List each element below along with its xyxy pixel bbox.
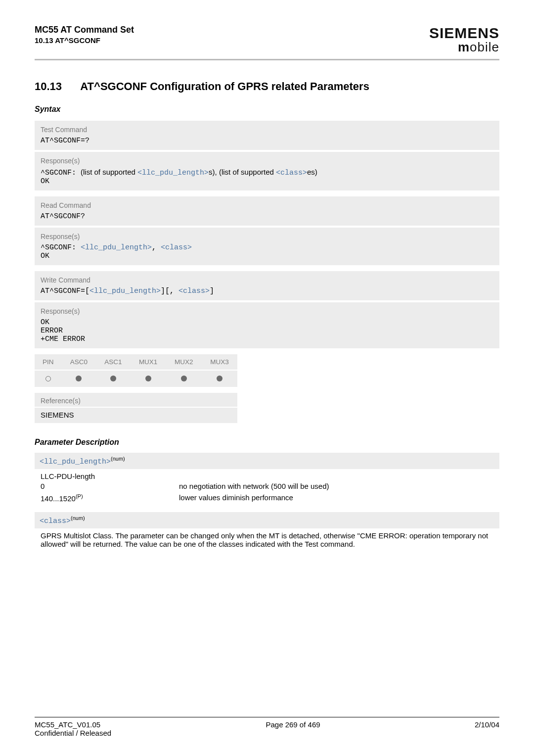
brand-mobile-rest: obile [470, 40, 499, 54]
param1-row1: 140...1520(P) lower values diminish perf… [41, 492, 493, 504]
test-command-cmd: AT^SGCONF=? [41, 137, 493, 145]
read-key1: <llc_pdu_length> [81, 243, 152, 252]
mux-col-mux1: MUX1 [131, 354, 166, 370]
read-response-line: ^SGCONF: <llc_pdu_length>, <class> [41, 243, 493, 252]
mux-header-row: PIN ASC0 ASC1 MUX1 MUX2 MUX3 [35, 354, 237, 370]
read-response-block: Response(s) ^SGCONF: <llc_pdu_length>, <… [35, 226, 499, 265]
param1-row0: 0 no negotiation with network (500 will … [41, 480, 493, 492]
circle-filled-icon [145, 376, 151, 381]
resp-text2: s), (list of supported [209, 168, 276, 176]
param1-row1-c2: lower values diminish performance [179, 493, 493, 503]
write-error: ERROR [41, 327, 493, 335]
read-command-cmd: AT^SGCONF? [41, 212, 493, 221]
circle-filled-icon [110, 376, 116, 381]
test-command-label: Test Command [41, 126, 493, 134]
read-sep: , [152, 243, 161, 252]
resp-text: (list of supported [81, 168, 137, 176]
reference-block: Reference(s) SIEMENS [35, 393, 237, 423]
read-ok: OK [41, 252, 493, 260]
page-header: MC55 AT Command Set 10.13 AT^SGCONF SIEM… [35, 25, 499, 60]
write-command-block: Write Command AT^SGCONF=[<llc_pdu_length… [35, 271, 499, 300]
param-llc-pdu-body: LLC-PDU-length 0 no negotiation with net… [35, 469, 499, 509]
footer-center: Page 269 of 469 [266, 720, 320, 737]
param-class-body: GPRS Multislot Class. The parameter can … [35, 528, 499, 553]
parameter-description-label: Parameter Description [35, 438, 499, 447]
section-title: AT^SGCONF Configuration of GPRS related … [80, 80, 369, 93]
read-command-block: Read Command AT^SGCONF? [35, 196, 499, 226]
mux-value-row [35, 370, 237, 387]
param1-row1-c1-val: 140...1520 [41, 494, 76, 503]
circle-filled-icon [181, 376, 187, 381]
reference-value: SIEMENS [35, 408, 237, 423]
param1-sup: (num) [111, 456, 125, 462]
read-key2: <class> [161, 243, 192, 252]
section-heading: 10.13 AT^SGCONF Configuration of GPRS re… [35, 80, 499, 93]
write-key2: <class> [178, 287, 210, 295]
mux-col-mux2: MUX2 [166, 354, 202, 370]
test-response-line: ^SGCONF: (list of supported <llc_pdu_len… [41, 168, 493, 177]
write-response-block: Response(s) OK ERROR +CME ERROR [35, 300, 499, 348]
resp-prefix: ^SGCONF: [41, 169, 81, 177]
mux-col-mux3: MUX3 [202, 354, 237, 370]
param1-row1-c1-sup: (P) [76, 493, 83, 499]
write-response-label: Response(s) [41, 307, 493, 315]
write-cme: +CME ERROR [41, 335, 493, 343]
test-ok: OK [41, 177, 493, 186]
write-key1: <llc_pdu_length> [89, 287, 161, 295]
page-footer: MC55_ATC_V01.05 Confidential / Released … [35, 717, 499, 737]
param2-desc: GPRS Multislot Class. The parameter can … [41, 531, 493, 548]
param1-name: <llc_pdu_length> [40, 458, 111, 466]
param1-row0-c1: 0 [41, 482, 179, 490]
brand-siemens: SIEMENS [429, 25, 499, 42]
param1-desc-title: LLC-PDU-length [41, 472, 493, 480]
write-end: ] [210, 287, 214, 295]
resp-end: es) [307, 168, 317, 176]
llc-pdu-key: <llc_pdu_length> [137, 169, 209, 177]
section-number: 10.13 [35, 80, 62, 93]
footer-left1: MC55_ATC_V01.05 [35, 720, 111, 729]
test-command-block: Test Command AT^SGCONF=? [35, 121, 499, 150]
doc-subtitle: 10.13 AT^SGCONF [35, 36, 134, 45]
read-resp-prefix: ^SGCONF: [41, 243, 81, 252]
footer-right: 2/10/04 [475, 720, 499, 737]
read-command-label: Read Command [41, 201, 493, 209]
write-command-label: Write Command [41, 276, 493, 284]
param-llc-pdu-header: <llc_pdu_length>(num) [35, 453, 499, 469]
param2-sup: (num) [71, 515, 85, 521]
brand-mobile-m: m [458, 40, 470, 54]
write-mid: ][, [161, 287, 178, 295]
write-ok: OK [41, 318, 493, 327]
class-key: <class> [276, 169, 307, 177]
write-prefix: AT^SGCONF=[ [41, 287, 89, 295]
read-response-label: Response(s) [41, 233, 493, 240]
brand-block: SIEMENS mobile [429, 25, 499, 55]
mux-support-table: PIN ASC0 ASC1 MUX1 MUX2 MUX3 [35, 354, 237, 387]
param1-row0-c2: no negotiation with network (500 will be… [179, 482, 493, 490]
circle-filled-icon [76, 376, 82, 381]
syntax-label: Syntax [35, 105, 499, 114]
mux-col-asc0: ASC0 [62, 354, 96, 370]
circle-empty-icon [45, 376, 51, 381]
circle-filled-icon [217, 376, 222, 381]
brand-mobile: mobile [429, 40, 499, 55]
footer-left2: Confidential / Released [35, 729, 111, 737]
test-response-block: Response(s) ^SGCONF: (list of supported … [35, 150, 499, 190]
write-command-cmd: AT^SGCONF=[<llc_pdu_length>][, <class>] [41, 287, 493, 295]
param2-name: <class> [40, 517, 71, 525]
header-left: MC55 AT Command Set 10.13 AT^SGCONF [35, 25, 134, 45]
mux-col-asc1: ASC1 [96, 354, 131, 370]
doc-title: MC55 AT Command Set [35, 25, 134, 35]
param-class-header: <class>(num) [35, 512, 499, 528]
param1-row1-c1: 140...1520(P) [41, 493, 179, 503]
mux-col-pin: PIN [35, 354, 62, 370]
footer-left: MC55_ATC_V01.05 Confidential / Released [35, 720, 111, 737]
test-response-label: Response(s) [41, 157, 493, 165]
reference-label: Reference(s) [35, 393, 237, 408]
